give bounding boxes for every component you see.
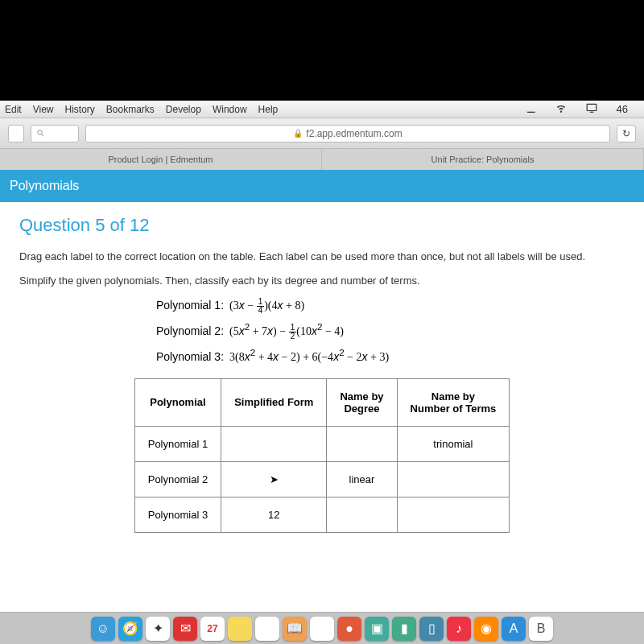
dock-app-icon[interactable]: ● (337, 617, 361, 641)
menu-history[interactable]: History (64, 104, 94, 115)
search-icon (36, 129, 45, 138)
row1-terms[interactable]: trinomial (397, 426, 510, 461)
instruction-1: Drag each label to the correct location … (19, 249, 625, 265)
col-terms: Name by Number of Terms (397, 378, 510, 426)
dock: ☺ 🧭 ✦ ✉ 27 📖 ❀ ● ▣ ▮ ▯ ♪ ◉ A B (0, 612, 644, 644)
dock-app-icon[interactable]: ◉ (474, 617, 498, 641)
browser-toolbar: 🔒 f2.app.edmentum.com ↻ (0, 118, 644, 149)
dock-music-icon[interactable]: ♪ (447, 617, 471, 641)
cursor-icon: ➤ (270, 473, 279, 485)
dock-finder-icon[interactable]: ☺ (91, 617, 115, 641)
tab-bar: Product Login | Edmentum Unit Practice: … (0, 149, 644, 170)
row1-simplified[interactable] (221, 426, 327, 461)
row3-terms[interactable] (397, 497, 510, 532)
polynomial-list: Polynomial 1: (3x − 14)(4x + 8) Polynomi… (156, 298, 625, 364)
bluetooth-icon[interactable]: ⚊ (526, 103, 536, 115)
content-area: Question 5 of 12 Drag each label to the … (0, 202, 644, 612)
page-banner: Polynomials (0, 170, 644, 202)
row2-terms[interactable] (397, 461, 510, 497)
col-polynomial: Polynomial (134, 378, 221, 426)
dock-compass-icon[interactable]: ✦ (146, 617, 170, 641)
dock-app-icon[interactable]: B (529, 617, 553, 641)
row1-label: Polynomial 1 (134, 426, 221, 461)
reload-button[interactable]: ↻ (617, 125, 636, 142)
menu-view[interactable]: View (33, 104, 54, 115)
display-icon[interactable] (586, 102, 597, 116)
table-row: Polynomial 2 ➤ linear (134, 461, 510, 497)
dock-mail-icon[interactable]: ✉ (173, 617, 197, 641)
row2-simplified[interactable]: ➤ (221, 461, 327, 497)
dock-reminders-icon[interactable] (255, 617, 279, 641)
menu-window[interactable]: Window (213, 104, 247, 115)
row3-label: Polynomial 3 (134, 497, 221, 532)
dock-notes-icon[interactable] (228, 617, 252, 641)
search-box[interactable] (31, 125, 79, 142)
polynomial-2: Polynomial 2: (5x2 + 7x) − 12(10x2 − 4) (156, 321, 625, 341)
svg-line-3 (42, 134, 43, 136)
menu-bookmarks[interactable]: Bookmarks (106, 104, 155, 115)
row2-degree[interactable]: linear (327, 461, 397, 497)
row3-simplified[interactable]: 12 (221, 497, 327, 532)
menu-develop[interactable]: Develop (166, 104, 201, 115)
dock-app-icon[interactable]: ▯ (419, 617, 444, 641)
dock-app-icon[interactable]: ▣ (365, 617, 389, 641)
svg-rect-1 (589, 112, 593, 113)
question-heading: Question 5 of 12 (19, 215, 625, 236)
dock-appstore-icon[interactable]: A (502, 617, 526, 641)
banner-title: Polynomials (10, 179, 79, 193)
tab-unit-practice[interactable]: Unit Practice: Polynomials (322, 149, 644, 170)
lock-icon: 🔒 (293, 129, 303, 138)
url-text: f2.app.edmentum.com (306, 128, 402, 139)
screen: Edit View History Bookmarks Develop Wind… (0, 101, 644, 612)
row1-degree[interactable] (327, 426, 397, 461)
table-row: Polynomial 3 12 (134, 497, 510, 532)
menu-edit[interactable]: Edit (5, 104, 22, 115)
dock-safari-icon[interactable]: 🧭 (118, 617, 142, 641)
svg-rect-0 (587, 104, 597, 110)
table-row: Polynomial 1 trinomial (134, 426, 510, 461)
dock-photos-icon[interactable]: ❀ (310, 617, 334, 641)
menu-help[interactable]: Help (258, 104, 279, 115)
col-simplified: Simplified Form (221, 378, 327, 426)
svg-point-2 (38, 130, 43, 135)
answer-table: Polynomial Simplified Form Name by Degre… (134, 378, 510, 533)
polynomial-3: Polynomial 3: 3(8x2 + 4x − 2) + 6(−4x2 −… (156, 347, 625, 364)
table-header-row: Polynomial Simplified Form Name by Degre… (134, 378, 510, 426)
dock-books-icon[interactable]: 📖 (283, 617, 307, 641)
tab-product-login[interactable]: Product Login | Edmentum (0, 149, 322, 170)
nav-back-forward[interactable] (8, 125, 24, 142)
battery-text: 46 (617, 103, 628, 115)
url-bar[interactable]: 🔒 f2.app.edmentum.com (85, 125, 610, 142)
instruction-2: Simplify the given polynomials. Then, cl… (19, 273, 625, 289)
wifi-icon[interactable] (555, 102, 567, 116)
col-degree: Name by Degree (327, 378, 397, 426)
row2-label: Polynomial 2 (134, 461, 221, 497)
dock-app-icon[interactable]: ▮ (392, 617, 416, 641)
row3-degree[interactable] (327, 497, 397, 532)
menubar: Edit View History Bookmarks Develop Wind… (0, 101, 644, 118)
polynomial-1: Polynomial 1: (3x − 14)(4x + 8) (156, 298, 625, 315)
dock-calendar-icon[interactable]: 27 (200, 617, 225, 641)
